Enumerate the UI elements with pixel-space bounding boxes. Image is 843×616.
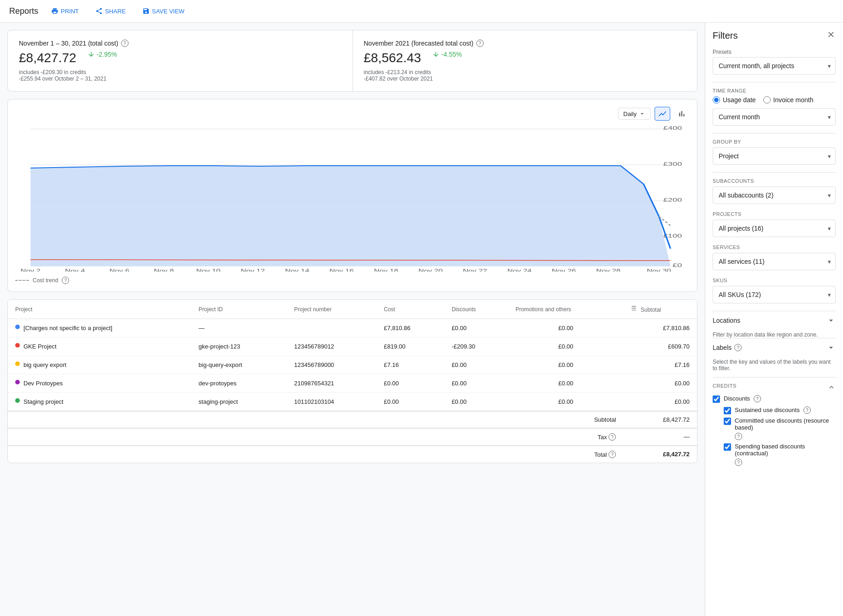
sustained-use-item: Sustained use discounts ? (724, 407, 836, 414)
time-range-radio-group: Usage date Invoice month (713, 96, 836, 104)
group-by-select[interactable]: Project (713, 147, 836, 165)
svg-text:£200: £200 (663, 197, 682, 203)
invoice-month-radio[interactable] (763, 96, 771, 104)
project-cell-2: big query export (8, 356, 191, 374)
discounts-cell-4: £0.00 (444, 393, 508, 412)
committed-use-item: Committed use discounts (resource based)… (724, 417, 836, 440)
svg-text:Nov 24: Nov 24 (507, 268, 532, 272)
project-dot-4 (15, 398, 20, 403)
skus-select[interactable]: All SKUs (172) (713, 286, 836, 303)
share-button[interactable]: SHARE (92, 6, 129, 17)
collapse-filters-icon[interactable] (826, 30, 836, 41)
labels-title: Labels (713, 344, 732, 351)
svg-text:£0: £0 (673, 262, 682, 268)
project-number-cell-2: 123456789000 (287, 356, 377, 374)
presets-select-wrap: Current month, all projects ▾ (713, 57, 836, 75)
print-button[interactable]: PRINT (47, 6, 82, 17)
svg-text:Nov 6: Nov 6 (110, 268, 130, 272)
locations-desc: Filter by location data like region and … (713, 331, 836, 338)
subtotal-cell-2: £7.16 (623, 356, 697, 374)
tax-help-icon[interactable]: ? (609, 433, 616, 441)
forecast-amount: £8,562.43 (364, 51, 422, 65)
project-number-cell-1: 123456789012 (287, 337, 377, 356)
svg-text:Nov 10: Nov 10 (196, 268, 221, 272)
services-label: Services (713, 244, 836, 250)
promotions-cell-1: £0.00 (508, 337, 623, 356)
services-select[interactable]: All services (11) (713, 253, 836, 270)
committed-use-help-icon[interactable]: ? (735, 433, 742, 440)
bar-chart-btn[interactable] (674, 107, 690, 121)
locations-collapse-icon (826, 316, 836, 325)
main-layout: November 1 – 30, 2021 (total cost) ? £8,… (0, 23, 843, 616)
tax-label: Tax ? (15, 433, 616, 441)
subaccounts-select[interactable]: All subaccounts (2) (713, 186, 836, 204)
credits-collapse-icon[interactable] (827, 383, 836, 391)
totals-row-subtotal: Subtotal £8,427.72 (8, 411, 697, 428)
filter-section-locations-header[interactable]: Locations (713, 311, 836, 330)
labels-help-icon[interactable]: ? (734, 344, 742, 351)
project-name-0: [Charges not specific to a project] (23, 325, 112, 331)
actual-credits: includes -£209.30 in credits (19, 69, 341, 76)
locations-title: Locations (713, 317, 740, 324)
filters-title: Filters (713, 30, 836, 41)
spending-based-checkbox[interactable] (724, 443, 731, 451)
labels-desc: Select the key and values of the labels … (713, 359, 836, 372)
col-discounts: Discounts (444, 300, 508, 319)
project-id-cell-1: gke-project-123 (191, 337, 287, 356)
share-icon (95, 7, 103, 15)
usage-date-radio[interactable] (713, 96, 720, 104)
col-promotions: Promotions and others (508, 300, 623, 319)
cost-cell-0: £7,810.86 (376, 319, 444, 337)
chart-legend: Cost trend ? (15, 277, 690, 284)
committed-use-checkbox[interactable] (724, 418, 731, 425)
discounts-cell-2: £0.00 (444, 356, 508, 374)
group-by-label: Group by (713, 139, 836, 145)
invoice-month-option[interactable]: Invoice month (763, 96, 814, 104)
promotions-cell-4: £0.00 (508, 393, 623, 412)
time-range-select[interactable]: Current month (713, 108, 836, 126)
col-subtotal: Subtotal (623, 300, 697, 319)
sustained-use-checkbox[interactable] (724, 407, 731, 414)
spending-based-item: Spending based discounts (contractual) ? (724, 443, 836, 466)
save-view-button[interactable]: SAVE VIEW (139, 6, 188, 17)
actual-change: -2.95% (88, 51, 117, 58)
totals-row-total: Total ? £8,427.72 (8, 446, 697, 463)
chart-svg: £400 £300 £200 £100 £0 (15, 124, 690, 272)
promotions-cell-0: £0.00 (508, 319, 623, 337)
spending-based-help-icon[interactable]: ? (735, 459, 742, 466)
line-chart-btn[interactable] (655, 107, 670, 121)
sustained-use-label: Sustained use discounts (735, 407, 800, 413)
save-icon (142, 7, 150, 15)
svg-text:Nov 16: Nov 16 (329, 268, 354, 272)
subaccounts-label: Subaccounts (713, 178, 836, 184)
cost-cell-1: £819.00 (376, 337, 444, 356)
cost-cell-2: £7.16 (376, 356, 444, 374)
project-name-4: Staging project (23, 398, 64, 405)
discounts-checkbox[interactable] (713, 395, 720, 403)
filter-section-skus: SKUs All SKUs (172) ▾ (713, 278, 836, 303)
legend-help-icon[interactable]: ? (62, 277, 69, 284)
discounts-help-icon[interactable]: ? (754, 395, 761, 402)
total-help-icon[interactable]: ? (609, 451, 616, 458)
total-value: £8,427.72 (623, 446, 697, 463)
usage-date-option[interactable]: Usage date (713, 96, 756, 104)
filter-section-labels-header[interactable]: Labels ? (713, 338, 836, 357)
services-select-wrap: All services (11) ▾ (713, 253, 836, 270)
svg-text:Nov 2: Nov 2 (21, 268, 41, 272)
labels-collapse-icon (826, 343, 836, 352)
actual-amount: £8,427.72 (19, 51, 76, 65)
sustained-use-help-icon[interactable]: ? (803, 407, 811, 414)
subtotal-sort-icon[interactable] (631, 305, 637, 312)
credits-label: Credits (713, 383, 737, 389)
project-number-cell-0 (287, 319, 377, 337)
svg-text:Nov 30: Nov 30 (647, 268, 671, 272)
presets-select[interactable]: Current month, all projects (713, 57, 836, 75)
actual-help-icon[interactable]: ? (121, 40, 129, 47)
daily-select[interactable]: Daily (618, 108, 651, 120)
table-row: [Charges not specific to a project] — £7… (8, 319, 697, 337)
cost-cell-3: £0.00 (376, 374, 444, 393)
projects-select[interactable]: All projects (16) (713, 220, 836, 237)
discounts-checkbox-item: Discounts ? (713, 395, 836, 403)
svg-text:Nov 14: Nov 14 (285, 268, 310, 272)
forecast-help-icon[interactable]: ? (476, 40, 484, 47)
